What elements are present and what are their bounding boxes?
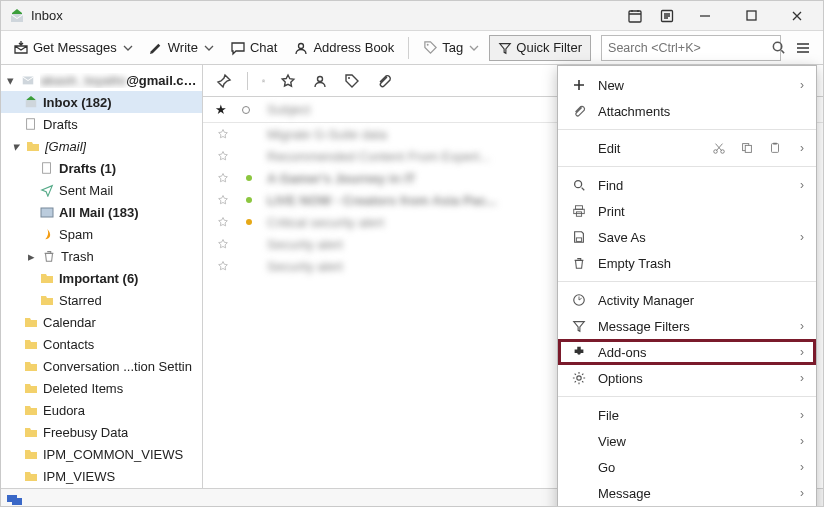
svg-point-24 [577,376,581,380]
quick-filter-button[interactable]: Quick Filter [489,35,591,61]
filter-icon [570,319,588,333]
folder-conversation[interactable]: Conversation ...tion Settin [1,355,202,377]
menu-find[interactable]: Find› [558,172,816,198]
folder-sent[interactable]: Sent Mail [1,179,202,201]
menu-view[interactable]: View› [558,428,816,454]
col-star[interactable]: ★ [215,102,231,117]
svg-rect-8 [41,208,53,217]
folder-starred[interactable]: Starred [1,289,202,311]
chevron-down-icon [469,43,479,53]
folder-label: Contacts [43,337,94,352]
menu-go[interactable]: Go› [558,454,816,480]
write-button[interactable]: Write [143,35,220,61]
chat-button[interactable]: Chat [224,35,283,61]
search-input[interactable] [608,41,765,55]
svg-rect-15 [745,145,751,152]
expander-icon[interactable]: ▾ [9,139,21,154]
get-messages-button[interactable]: Get Messages [7,35,139,61]
account-node[interactable]: ▾ akash_loyalto@gmail.com [1,69,202,91]
maximize-button[interactable] [729,2,773,30]
pin-icon[interactable] [215,72,233,90]
menu-message-filters[interactable]: Message Filters› [558,313,816,339]
folder-gmail[interactable]: ▾ [Gmail] [1,135,202,157]
chat-label: Chat [250,40,277,55]
expander-icon[interactable]: ▾ [5,73,17,88]
folder-ipm-views[interactable]: IPM_VIEWS [1,465,202,487]
star-cell[interactable] [215,194,231,206]
window-controls [683,2,819,30]
tasks-button[interactable] [651,2,683,30]
menu-separator [558,396,816,397]
bookmark-icon[interactable] [247,72,265,90]
tag-icon[interactable] [343,72,361,90]
folder-freebusy[interactable]: Freebusy Data [1,421,202,443]
star-cell[interactable] [215,260,231,272]
folder-tree: ▾ akash_loyalto@gmail.com Inbox (182) Dr… [1,65,203,488]
menu-addons[interactable]: Add-ons› [558,339,816,365]
star-cell[interactable] [215,216,231,228]
close-button[interactable] [775,2,819,30]
folder-important[interactable]: Important (6) [1,267,202,289]
menu-edit[interactable]: Edit › [558,135,816,161]
folder-label: Inbox (182) [43,95,112,110]
status-icon[interactable] [7,493,23,505]
attachment-icon[interactable] [375,72,393,90]
folder-eudora[interactable]: Eudora [1,399,202,421]
folder-ipm-common[interactable]: IPM_COMMON_VIEWS [1,443,202,465]
svg-point-10 [348,77,350,79]
svg-point-9 [318,76,323,81]
account-label: akash_loyalto@gmail.com [40,73,198,88]
folder-trash[interactable]: ▸ Trash [1,245,202,267]
quick-filter-label: Quick Filter [516,40,582,55]
app-menu-button[interactable] [789,35,817,61]
star-cell[interactable] [215,150,231,162]
tag-button[interactable]: Tag [417,35,485,61]
folder-calendar[interactable]: Calendar [1,311,202,333]
star-cell[interactable] [215,172,231,184]
svg-rect-16 [772,144,779,153]
chevron-down-icon [204,43,214,53]
star-icon[interactable] [279,72,297,90]
search-box[interactable] [601,35,781,61]
star-cell[interactable] [215,128,231,140]
address-book-button[interactable]: Address Book [287,35,400,61]
star-cell[interactable] [215,238,231,250]
folder-label: IPM_COMMON_VIEWS [43,447,183,462]
status-cell [241,175,257,181]
contact-icon[interactable] [311,72,329,90]
folder-deleted[interactable]: Deleted Items [1,377,202,399]
write-label: Write [168,40,198,55]
menu-save-as[interactable]: Save As› [558,224,816,250]
toolbar-separator [408,37,409,59]
folder-contacts[interactable]: Contacts [1,333,202,355]
menu-message[interactable]: Message› [558,480,816,506]
menu-file[interactable]: File› [558,402,816,428]
menu-activity-manager[interactable]: Activity Manager [558,287,816,313]
folder-label: Calendar [43,315,96,330]
folder-inbox[interactable]: Inbox (182) [1,91,202,113]
folder-label: Drafts (1) [59,161,116,176]
menu-options[interactable]: Options› [558,365,816,391]
copy-icon[interactable] [738,141,756,155]
minimize-button[interactable] [683,2,727,30]
folder-label: Sent Mail [59,183,113,198]
menu-attachments[interactable]: Attachments [558,98,816,124]
folder-all-mail[interactable]: All Mail (183) [1,201,202,223]
menu-print[interactable]: Print [558,198,816,224]
folder-drafts[interactable]: Drafts [1,113,202,135]
folder-gmail-drafts[interactable]: Drafts (1) [1,157,202,179]
menu-new[interactable]: New› [558,72,816,98]
expander-icon[interactable]: ▸ [25,249,37,264]
window-title-area: Inbox [9,8,619,24]
menu-empty-trash[interactable]: Empty Trash [558,250,816,276]
folder-spam[interactable]: Spam [1,223,202,245]
cut-icon[interactable] [710,141,728,155]
col-read[interactable] [241,105,257,115]
window-title: Inbox [31,8,63,23]
drafts-icon [23,116,39,132]
inbox-folder-icon [23,94,39,110]
svg-rect-26 [12,498,22,505]
calendar-button[interactable] [619,2,651,30]
paste-icon[interactable] [766,141,784,155]
attachment-icon [570,104,588,118]
